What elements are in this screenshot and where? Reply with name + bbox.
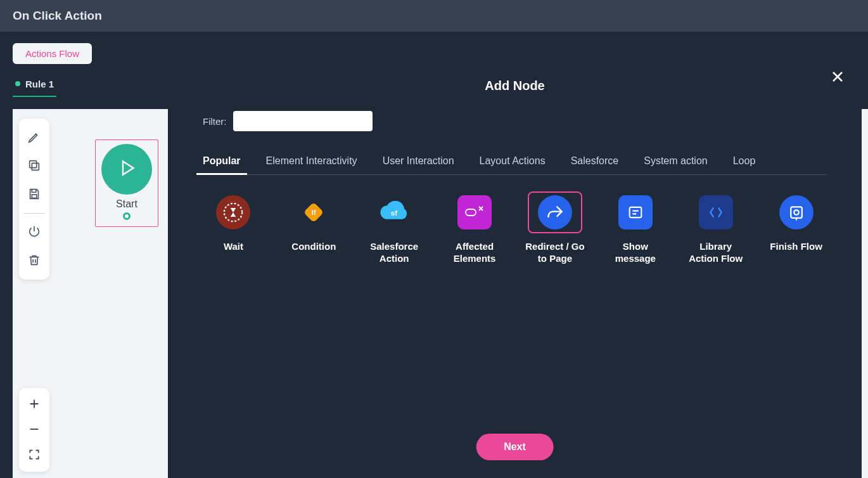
trash-icon xyxy=(27,253,41,269)
header: On Click Action xyxy=(0,0,868,32)
close-icon xyxy=(830,68,845,89)
flow-icon xyxy=(699,195,733,229)
node-icon-wrap xyxy=(689,191,743,233)
node-icon-wrap xyxy=(206,191,260,233)
filter-input[interactable] xyxy=(233,111,373,131)
status-dot-icon xyxy=(15,81,20,86)
fullscreen-icon xyxy=(28,448,41,463)
filter-label: Filter: xyxy=(203,116,227,127)
node-salesforce[interactable]: sfSalesforce Action xyxy=(364,191,425,265)
page-title: On Click Action xyxy=(13,9,102,23)
plus-icon xyxy=(27,397,41,413)
arrow-share-icon xyxy=(538,195,572,229)
svg-marker-3 xyxy=(123,162,134,175)
node-label: Finish Flow xyxy=(770,241,822,253)
zoom-toolbar xyxy=(19,388,49,472)
canvas-toolbar xyxy=(19,119,49,280)
node-label: Redirect / Go to Page xyxy=(525,241,586,265)
svg-rect-2 xyxy=(32,194,36,198)
add-node-modal: Add Node Filter: PopularElement Interact… xyxy=(168,61,862,478)
node-icon-wrap xyxy=(769,191,824,233)
node-redirect[interactable]: Redirect / Go to Page xyxy=(525,191,586,265)
svg-rect-9 xyxy=(629,207,641,217)
node-grid: WaitIfConditionsfSalesforce ActionAffect… xyxy=(203,191,827,265)
hourglass-icon xyxy=(216,195,250,229)
svg-rect-10 xyxy=(791,207,802,218)
pencil-icon xyxy=(27,130,41,146)
tab-salesforce[interactable]: Salesforce xyxy=(571,148,619,174)
node-icon-wrap xyxy=(447,191,502,233)
svg-rect-5 xyxy=(303,202,324,223)
node-finish[interactable]: Finish Flow xyxy=(765,191,827,265)
minus-icon xyxy=(27,422,41,438)
svg-text:If: If xyxy=(312,209,316,216)
tab-system-action[interactable]: System action xyxy=(644,148,707,174)
rule-tab-label: Rule 1 xyxy=(25,79,54,89)
svg-rect-1 xyxy=(30,160,37,167)
connector-port[interactable] xyxy=(123,212,131,220)
tab-loop[interactable]: Loop xyxy=(733,148,756,174)
svg-text:sf: sf xyxy=(391,209,398,217)
rule-tab[interactable]: Rule 1 xyxy=(13,72,56,97)
node-show-msg[interactable]: Show message xyxy=(604,191,666,265)
svg-point-4 xyxy=(224,203,242,221)
hand-tap-icon xyxy=(457,195,492,229)
divider xyxy=(23,213,45,214)
svg-rect-0 xyxy=(32,163,39,170)
tab-popular[interactable]: Popular xyxy=(203,148,241,174)
next-button[interactable]: Next xyxy=(476,434,554,460)
node-condition[interactable]: IfCondition xyxy=(283,191,345,265)
node-label: Affected Elements xyxy=(444,241,506,265)
delete-button[interactable] xyxy=(22,248,47,273)
power-icon xyxy=(27,224,41,240)
node-icon-wrap xyxy=(608,191,663,233)
zoom-in-button[interactable] xyxy=(22,392,47,417)
actions-flow-button[interactable]: Actions Flow xyxy=(13,43,92,64)
duplicate-button[interactable] xyxy=(22,153,47,179)
node-label: Salesforce Action xyxy=(364,241,425,265)
node-label: Wait xyxy=(224,241,243,253)
start-node-circle xyxy=(101,144,152,195)
node-label: Library Action Flow xyxy=(685,241,746,265)
close-button[interactable] xyxy=(826,67,849,90)
tab-layout-actions[interactable]: Layout Actions xyxy=(480,148,546,174)
edit-button[interactable] xyxy=(22,125,47,150)
save-button[interactable] xyxy=(22,182,47,207)
node-wait[interactable]: Wait xyxy=(203,191,264,265)
node-affected[interactable]: Affected Elements xyxy=(444,191,506,265)
node-label: Condition xyxy=(291,241,336,253)
finish-icon xyxy=(779,195,814,229)
start-node-label: Start xyxy=(116,198,137,210)
node-label: Show message xyxy=(604,241,666,265)
fit-screen-button[interactable] xyxy=(22,442,47,468)
category-tabs: PopularElement InteractivityUser Interac… xyxy=(203,148,827,175)
start-node[interactable]: Start xyxy=(95,139,158,227)
node-icon-wrap: sf xyxy=(367,191,421,233)
power-button[interactable] xyxy=(22,219,47,245)
modal-title: Add Node xyxy=(193,79,836,93)
tab-user-interaction[interactable]: User Interaction xyxy=(383,148,454,174)
node-icon-wrap xyxy=(528,191,582,233)
copy-icon xyxy=(27,158,41,174)
node-library[interactable]: Library Action Flow xyxy=(685,191,746,265)
svg-point-11 xyxy=(794,210,799,215)
svg-rect-8 xyxy=(466,209,476,216)
save-icon xyxy=(27,187,41,203)
message-icon xyxy=(618,195,653,229)
filter-row: Filter: xyxy=(203,111,836,131)
node-icon-wrap: If xyxy=(286,191,341,233)
play-icon xyxy=(115,157,138,182)
zoom-out-button[interactable] xyxy=(22,417,47,442)
tab-element-interactivity[interactable]: Element Interactivity xyxy=(266,148,357,174)
diamond-icon: If xyxy=(297,195,331,229)
cloud-icon: sf xyxy=(377,195,411,229)
